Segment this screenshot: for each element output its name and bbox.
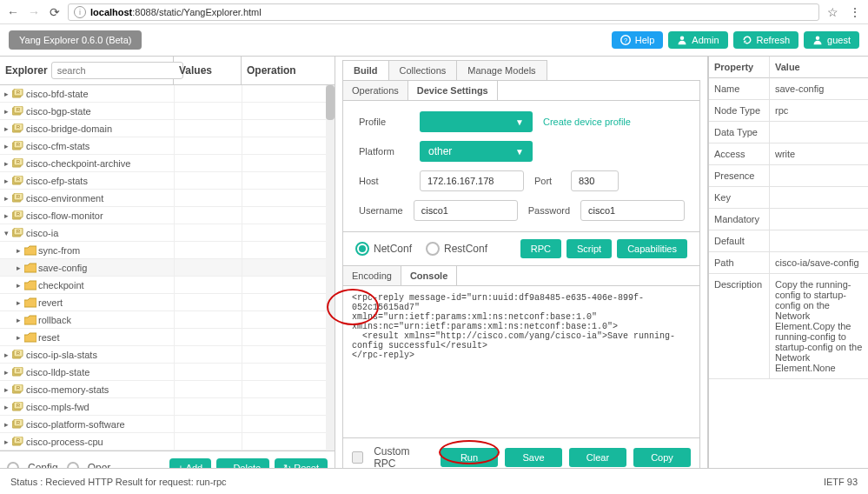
- profile-select[interactable]: ▼: [420, 111, 533, 132]
- script-button[interactable]: Script: [567, 239, 612, 258]
- tree-row[interactable]: ▸revert: [0, 294, 335, 311]
- tree-row[interactable]: ▸cisco-checkpoint-archive: [0, 155, 335, 172]
- host-input[interactable]: [420, 170, 524, 191]
- rpc-button[interactable]: RPC: [520, 239, 561, 258]
- custom-rpc-checkbox[interactable]: [352, 451, 363, 464]
- back-button[interactable]: ←: [5, 4, 21, 20]
- tree-node-value: [174, 103, 242, 119]
- admin-button[interactable]: Admin: [668, 31, 727, 49]
- module-icon: [12, 228, 24, 238]
- browser-menu-icon[interactable]: ⋮: [847, 4, 863, 20]
- expand-caret-icon[interactable]: ▸: [2, 437, 10, 446]
- tree-node-label: save-config: [38, 263, 87, 273]
- expand-caret-icon[interactable]: ▸: [14, 333, 23, 342]
- capabilities-button[interactable]: Capabilities: [617, 239, 687, 258]
- save-button[interactable]: Save: [505, 448, 562, 467]
- expand-caret-icon[interactable]: ▸: [2, 194, 10, 203]
- help-button[interactable]: Help: [612, 31, 664, 49]
- tree-node-value: [174, 329, 242, 345]
- tree-row[interactable]: ▸cisco-bgp-state: [0, 103, 335, 120]
- tree-node-operation: [242, 381, 335, 397]
- expand-caret-icon[interactable]: ▸: [2, 124, 10, 133]
- tree-node-value: [174, 364, 242, 380]
- platform-select[interactable]: other▼: [420, 141, 533, 162]
- tree-row[interactable]: ▸cisco-bridge-domain: [0, 120, 335, 137]
- expand-caret-icon[interactable]: ▸: [2, 385, 10, 394]
- values-column-header: Values: [174, 57, 242, 84]
- subtab-encoding[interactable]: Encoding: [343, 266, 401, 285]
- password-input[interactable]: [580, 200, 685, 221]
- tree-row[interactable]: ▸rollback: [0, 311, 335, 329]
- tree-row[interactable]: ▸cisco-platform-software: [0, 416, 335, 433]
- port-input[interactable]: [571, 170, 619, 191]
- expand-caret-icon[interactable]: ▸: [14, 298, 23, 307]
- value-column-header: Value: [770, 57, 868, 78]
- expand-caret-icon[interactable]: ▸: [2, 420, 10, 429]
- console-output[interactable]: <rpc-reply message-id="urn:uuid:df9a8485…: [343, 286, 699, 437]
- tree-node-value: [174, 433, 242, 450]
- clear-button[interactable]: Clear: [569, 448, 626, 467]
- guest-button[interactable]: guest: [804, 31, 859, 49]
- explorer-search-input[interactable]: [51, 62, 183, 79]
- copy-button[interactable]: Copy: [633, 448, 691, 467]
- subtab-operations[interactable]: Operations: [343, 81, 408, 100]
- url-bar[interactable]: i localhost:8088/static/YangExplorer.htm…: [68, 3, 819, 21]
- expand-caret-icon[interactable]: ▸: [2, 159, 10, 168]
- run-button[interactable]: Run: [441, 448, 498, 467]
- tab-manage-models[interactable]: Manage Models: [456, 60, 547, 80]
- expand-caret-icon[interactable]: ▸: [14, 316, 23, 324]
- tree-row[interactable]: ▸cisco-process-cpu: [0, 433, 335, 451]
- tab-collections[interactable]: Collections: [388, 60, 458, 80]
- property-key: Key: [709, 187, 770, 209]
- tree-row[interactable]: ▸cisco-environment: [0, 190, 335, 207]
- forward-button[interactable]: →: [26, 4, 42, 20]
- expand-caret-icon[interactable]: ▸: [2, 211, 10, 220]
- tree-row[interactable]: ▸save-config: [0, 259, 335, 277]
- tree-row[interactable]: ▸checkpoint: [0, 277, 335, 294]
- tree-row[interactable]: ▸cisco-lldp-state: [0, 364, 335, 381]
- expand-caret-icon[interactable]: ▸: [2, 142, 10, 150]
- tree-row[interactable]: ▾cisco-ia: [0, 224, 335, 242]
- tree-row[interactable]: ▸cisco-cfm-stats: [0, 137, 335, 155]
- tree-node-operation: [242, 398, 335, 415]
- tree-scrollbar[interactable]: [326, 85, 335, 451]
- tree-node-value: [174, 137, 242, 154]
- restconf-radio[interactable]: [426, 242, 440, 256]
- expand-caret-icon[interactable]: ▸: [14, 281, 23, 290]
- expand-caret-icon[interactable]: ▸: [2, 368, 10, 377]
- reload-button[interactable]: ⟳: [47, 4, 63, 20]
- expand-caret-icon[interactable]: ▸: [14, 264, 23, 272]
- expand-caret-icon[interactable]: ▸: [2, 177, 10, 185]
- refresh-button[interactable]: Refresh: [733, 31, 799, 49]
- create-profile-link[interactable]: Create device profile: [543, 117, 631, 127]
- tree-node-label: revert: [38, 297, 63, 308]
- port-label: Port: [534, 176, 560, 186]
- expand-caret-icon[interactable]: ▾: [2, 229, 10, 237]
- model-tree[interactable]: ▸cisco-bfd-state▸cisco-bgp-state▸cisco-b…: [0, 85, 335, 451]
- tree-node-operation: [242, 259, 335, 276]
- tree-row[interactable]: ▸sync-from: [0, 242, 335, 259]
- tree-row[interactable]: ▸cisco-flow-monitor: [0, 207, 335, 224]
- username-input[interactable]: [414, 200, 518, 221]
- tree-node-value: [174, 155, 242, 171]
- tree-row[interactable]: ▸cisco-ip-sla-stats: [0, 346, 335, 364]
- tree-row[interactable]: ▸cisco-memory-stats: [0, 381, 335, 398]
- expand-caret-icon[interactable]: ▸: [2, 90, 10, 98]
- netconf-radio[interactable]: [355, 242, 369, 256]
- tree-row[interactable]: ▸cisco-efp-stats: [0, 172, 335, 190]
- tree-node-value: [174, 120, 242, 137]
- expand-caret-icon[interactable]: ▸: [2, 350, 10, 359]
- subtab-console[interactable]: Console: [401, 266, 457, 285]
- tree-node-operation: [242, 242, 335, 258]
- tree-row[interactable]: ▸cisco-bfd-state: [0, 85, 335, 103]
- subtab-device-settings[interactable]: Device Settings: [408, 81, 498, 100]
- expand-caret-icon[interactable]: ▸: [2, 403, 10, 411]
- expand-caret-icon[interactable]: ▸: [14, 246, 23, 255]
- tree-row[interactable]: ▸cisco-mpls-fwd: [0, 398, 335, 416]
- expand-caret-icon[interactable]: ▸: [2, 107, 10, 116]
- property-value: write: [770, 144, 868, 165]
- tree-row[interactable]: ▸reset: [0, 329, 335, 346]
- module-icon: [12, 193, 24, 204]
- tab-build[interactable]: Build: [342, 60, 389, 80]
- bookmark-star-icon[interactable]: ☆: [825, 4, 840, 20]
